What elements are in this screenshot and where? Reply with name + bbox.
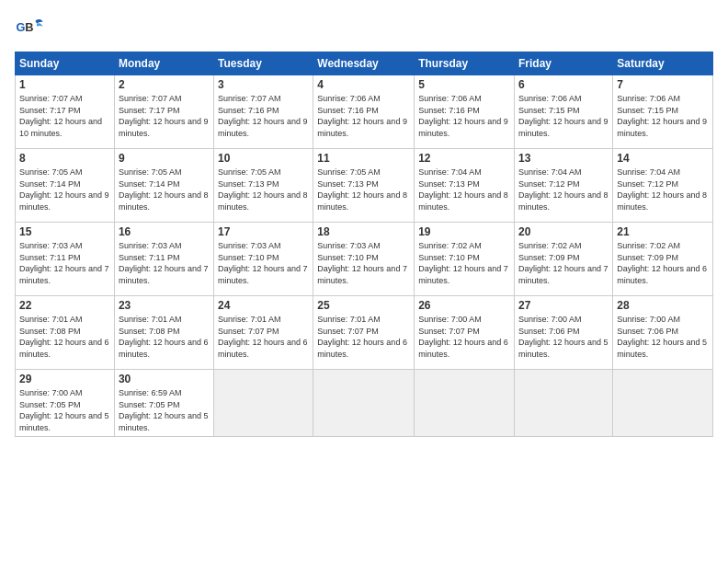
day-number: 12 (418, 152, 510, 165)
svg-text:B: B (25, 20, 33, 34)
day-info: Sunrise: 7:03 AMSunset: 7:11 PMDaylight:… (119, 240, 210, 286)
col-saturday: Saturday (613, 52, 713, 75)
day-number: 28 (617, 299, 709, 312)
day-number: 7 (617, 78, 709, 91)
day-info: Sunrise: 7:02 AMSunset: 7:09 PMDaylight:… (617, 240, 709, 286)
calendar-cell: 27Sunrise: 7:00 AMSunset: 7:06 PMDayligh… (515, 296, 613, 370)
day-info: Sunrise: 7:01 AMSunset: 7:08 PMDaylight:… (19, 314, 110, 360)
day-info: Sunrise: 7:03 AMSunset: 7:10 PMDaylight:… (317, 240, 410, 286)
calendar-week-4: 22Sunrise: 7:01 AMSunset: 7:08 PMDayligh… (16, 296, 713, 370)
day-number: 15 (19, 225, 110, 238)
calendar-cell (613, 370, 713, 437)
col-friday: Friday (515, 52, 613, 75)
day-info: Sunrise: 7:03 AMSunset: 7:10 PMDaylight:… (218, 240, 309, 286)
calendar-week-5: 29Sunrise: 7:00 AMSunset: 7:05 PMDayligh… (16, 370, 713, 437)
main-container: G B Sunday Monday Tuesday Wednesday Th (0, 0, 728, 446)
calendar-cell: 25Sunrise: 7:01 AMSunset: 7:07 PMDayligh… (313, 296, 415, 370)
day-number: 27 (518, 299, 609, 312)
day-number: 21 (617, 225, 709, 238)
day-number: 13 (518, 152, 609, 165)
day-number: 30 (119, 373, 210, 385)
calendar-cell: 5Sunrise: 7:06 AMSunset: 7:16 PMDaylight… (415, 75, 515, 149)
day-number: 18 (317, 225, 410, 238)
day-number: 2 (119, 78, 210, 91)
day-info: Sunrise: 7:04 AMSunset: 7:13 PMDaylight:… (418, 167, 510, 213)
col-wednesday: Wednesday (313, 52, 415, 75)
day-number: 6 (518, 78, 609, 91)
calendar-table: Sunday Monday Tuesday Wednesday Thursday… (15, 52, 713, 437)
logo: G B (15, 15, 48, 44)
day-info: Sunrise: 7:07 AMSunset: 7:16 PMDaylight:… (218, 93, 309, 139)
calendar-cell: 22Sunrise: 7:01 AMSunset: 7:08 PMDayligh… (16, 296, 115, 370)
day-number: 14 (617, 152, 709, 165)
calendar-cell: 1Sunrise: 7:07 AMSunset: 7:17 PMDaylight… (16, 75, 115, 149)
calendar-cell (515, 370, 613, 437)
day-info: Sunrise: 7:06 AMSunset: 7:15 PMDaylight:… (617, 93, 709, 139)
day-number: 25 (317, 299, 410, 312)
calendar-cell: 8Sunrise: 7:05 AMSunset: 7:14 PMDaylight… (16, 149, 115, 223)
calendar-cell: 23Sunrise: 7:01 AMSunset: 7:08 PMDayligh… (114, 296, 213, 370)
day-number: 16 (119, 225, 210, 238)
calendar-cell (415, 370, 515, 437)
col-tuesday: Tuesday (214, 52, 313, 75)
day-info: Sunrise: 7:02 AMSunset: 7:10 PMDaylight:… (418, 240, 510, 286)
calendar-cell: 16Sunrise: 7:03 AMSunset: 7:11 PMDayligh… (114, 223, 213, 296)
col-sunday: Sunday (16, 52, 115, 75)
day-info: Sunrise: 7:01 AMSunset: 7:07 PMDaylight:… (218, 314, 309, 360)
col-thursday: Thursday (415, 52, 515, 75)
day-number: 19 (418, 225, 510, 238)
calendar-cell (313, 370, 415, 437)
day-number: 20 (518, 225, 609, 238)
day-number: 23 (119, 299, 210, 312)
day-number: 8 (19, 152, 110, 165)
svg-text:G: G (17, 20, 26, 34)
calendar-cell: 9Sunrise: 7:05 AMSunset: 7:14 PMDaylight… (114, 149, 213, 223)
day-number: 24 (218, 299, 309, 312)
day-info: Sunrise: 7:03 AMSunset: 7:11 PMDaylight:… (19, 240, 110, 286)
header-row: Sunday Monday Tuesday Wednesday Thursday… (16, 52, 713, 75)
calendar-cell: 20Sunrise: 7:02 AMSunset: 7:09 PMDayligh… (515, 223, 613, 296)
day-info: Sunrise: 7:00 AMSunset: 7:06 PMDaylight:… (617, 314, 709, 360)
calendar-cell: 11Sunrise: 7:05 AMSunset: 7:13 PMDayligh… (313, 149, 415, 223)
calendar-cell (214, 370, 313, 437)
day-number: 26 (418, 299, 510, 312)
day-info: Sunrise: 7:05 AMSunset: 7:13 PMDaylight:… (218, 167, 309, 213)
day-number: 22 (19, 299, 110, 312)
day-info: Sunrise: 7:01 AMSunset: 7:07 PMDaylight:… (317, 314, 410, 360)
calendar-cell: 24Sunrise: 7:01 AMSunset: 7:07 PMDayligh… (214, 296, 313, 370)
calendar-cell: 4Sunrise: 7:06 AMSunset: 7:16 PMDaylight… (313, 75, 415, 149)
day-number: 10 (218, 152, 309, 165)
day-info: Sunrise: 7:00 AMSunset: 7:07 PMDaylight:… (418, 314, 510, 360)
day-info: Sunrise: 7:02 AMSunset: 7:09 PMDaylight:… (518, 240, 609, 286)
day-info: Sunrise: 7:06 AMSunset: 7:16 PMDaylight:… (317, 93, 410, 139)
day-number: 4 (317, 78, 410, 91)
day-info: Sunrise: 6:59 AMSunset: 7:05 PMDaylight:… (119, 387, 210, 433)
calendar-cell: 3Sunrise: 7:07 AMSunset: 7:16 PMDaylight… (214, 75, 313, 149)
day-info: Sunrise: 7:04 AMSunset: 7:12 PMDaylight:… (518, 167, 609, 213)
day-info: Sunrise: 7:04 AMSunset: 7:12 PMDaylight:… (617, 167, 709, 213)
calendar-cell: 15Sunrise: 7:03 AMSunset: 7:11 PMDayligh… (16, 223, 115, 296)
calendar-cell: 28Sunrise: 7:00 AMSunset: 7:06 PMDayligh… (613, 296, 713, 370)
calendar-cell: 10Sunrise: 7:05 AMSunset: 7:13 PMDayligh… (214, 149, 313, 223)
day-info: Sunrise: 7:00 AMSunset: 7:06 PMDaylight:… (518, 314, 609, 360)
header: G B (15, 15, 713, 44)
calendar-cell: 18Sunrise: 7:03 AMSunset: 7:10 PMDayligh… (313, 223, 415, 296)
day-info: Sunrise: 7:01 AMSunset: 7:08 PMDaylight:… (119, 314, 210, 360)
calendar-week-3: 15Sunrise: 7:03 AMSunset: 7:11 PMDayligh… (16, 223, 713, 296)
calendar-cell: 2Sunrise: 7:07 AMSunset: 7:17 PMDaylight… (114, 75, 213, 149)
calendar-cell: 14Sunrise: 7:04 AMSunset: 7:12 PMDayligh… (613, 149, 713, 223)
day-number: 29 (19, 373, 110, 385)
calendar-cell: 29Sunrise: 7:00 AMSunset: 7:05 PMDayligh… (16, 370, 115, 437)
calendar-week-2: 8Sunrise: 7:05 AMSunset: 7:14 PMDaylight… (16, 149, 713, 223)
calendar-cell: 12Sunrise: 7:04 AMSunset: 7:13 PMDayligh… (415, 149, 515, 223)
day-info: Sunrise: 7:06 AMSunset: 7:15 PMDaylight:… (518, 93, 609, 139)
calendar-cell: 7Sunrise: 7:06 AMSunset: 7:15 PMDaylight… (613, 75, 713, 149)
day-number: 17 (218, 225, 309, 238)
day-info: Sunrise: 7:06 AMSunset: 7:16 PMDaylight:… (418, 93, 510, 139)
calendar-cell: 13Sunrise: 7:04 AMSunset: 7:12 PMDayligh… (515, 149, 613, 223)
day-info: Sunrise: 7:05 AMSunset: 7:13 PMDaylight:… (317, 167, 410, 213)
calendar-cell: 26Sunrise: 7:00 AMSunset: 7:07 PMDayligh… (415, 296, 515, 370)
calendar-cell: 6Sunrise: 7:06 AMSunset: 7:15 PMDaylight… (515, 75, 613, 149)
day-info: Sunrise: 7:07 AMSunset: 7:17 PMDaylight:… (119, 93, 210, 139)
calendar-week-1: 1Sunrise: 7:07 AMSunset: 7:17 PMDaylight… (16, 75, 713, 149)
